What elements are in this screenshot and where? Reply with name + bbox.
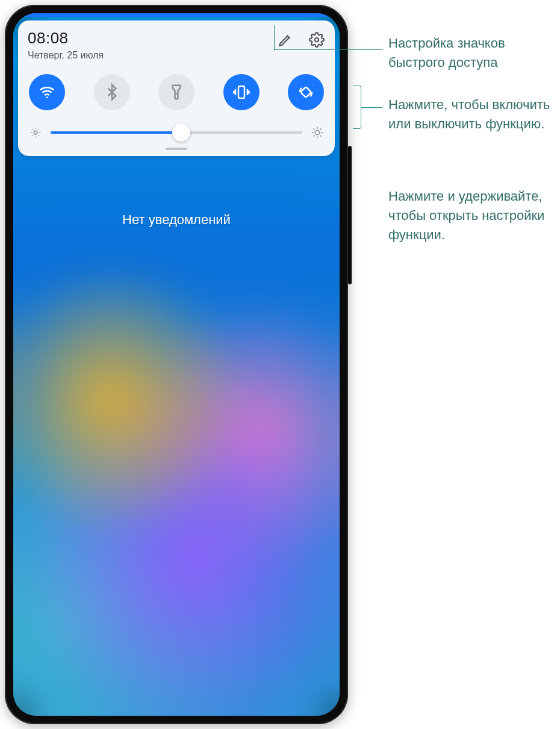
edit-icon bbox=[278, 32, 293, 48]
status-bar-accent bbox=[13, 13, 340, 17]
quick-settings-panel: 08:08 Четверг, 25 июля bbox=[18, 20, 335, 156]
phone-frame: 08:08 Четверг, 25 июля bbox=[5, 5, 348, 724]
callout-line bbox=[274, 25, 275, 49]
brightness-thumb[interactable] bbox=[172, 124, 190, 142]
svg-point-5 bbox=[34, 131, 37, 134]
header-actions bbox=[277, 29, 325, 48]
svg-point-6 bbox=[315, 130, 319, 134]
edit-quick-settings-button[interactable] bbox=[277, 31, 294, 48]
annotation-toggle-hold: Нажмите и удерживайте, чтобы открыть нас… bbox=[388, 187, 551, 245]
toggle-autorotate[interactable] bbox=[288, 74, 324, 110]
brightness-slider[interactable] bbox=[51, 131, 302, 134]
panel-drag-handle[interactable] bbox=[166, 148, 187, 150]
callout-line bbox=[274, 49, 382, 50]
flashlight-icon bbox=[167, 83, 185, 101]
gear-icon bbox=[309, 32, 325, 48]
clock-time: 08:08 bbox=[28, 29, 104, 48]
svg-point-1 bbox=[46, 96, 48, 98]
clock-date: Четверг, 25 июля bbox=[28, 50, 104, 61]
annotation-toggle-tap: Нажмите, чтобы включить или выключить фу… bbox=[388, 95, 551, 134]
svg-rect-4 bbox=[300, 87, 311, 98]
toggle-bluetooth[interactable] bbox=[94, 74, 130, 110]
wifi-icon bbox=[38, 83, 56, 101]
bluetooth-icon bbox=[103, 83, 121, 101]
panel-header: 08:08 Четверг, 25 июля bbox=[28, 29, 325, 61]
toggle-flashlight[interactable] bbox=[158, 74, 194, 110]
brightness-fill bbox=[51, 131, 181, 134]
settings-button[interactable] bbox=[308, 31, 325, 48]
phone-screen: 08:08 Четверг, 25 июля bbox=[13, 13, 340, 716]
callout-bracket bbox=[353, 86, 361, 129]
brightness-low-icon bbox=[29, 126, 42, 139]
callout-line bbox=[361, 107, 382, 108]
quick-toggles-row bbox=[28, 74, 325, 110]
brightness-high-icon bbox=[311, 126, 324, 139]
svg-point-0 bbox=[315, 38, 319, 42]
time-block: 08:08 Четверг, 25 июля bbox=[28, 29, 104, 61]
autorotate-icon bbox=[297, 83, 315, 101]
toggle-vibrate[interactable] bbox=[223, 74, 260, 110]
brightness-row bbox=[28, 126, 325, 139]
svg-rect-3 bbox=[238, 86, 244, 98]
vibrate-icon bbox=[232, 83, 250, 101]
annotation-edit-hint: Настройка значков быстрого доступа bbox=[388, 34, 551, 72]
toggle-wifi[interactable] bbox=[29, 74, 65, 110]
no-notifications-text: Нет уведомлений bbox=[13, 212, 340, 228]
